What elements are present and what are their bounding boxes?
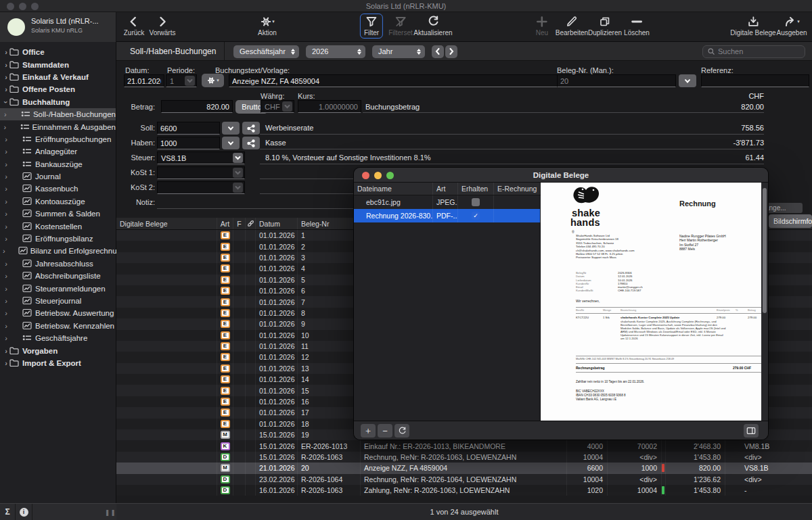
sidebar-item[interactable]: › Vorgaben	[0, 344, 116, 356]
col-datum[interactable]: Datum	[256, 218, 298, 229]
debit-combo-button[interactable]	[222, 122, 240, 135]
refresh-button[interactable]: Aktualisieren	[413, 15, 452, 37]
sidebar-item[interactable]: › Steueranmeldungen	[0, 282, 116, 294]
filter-button[interactable]: Filter	[360, 14, 383, 39]
sidebar-item[interactable]: › Stammdaten	[0, 58, 116, 70]
sidebar-item[interactable]: › Offene Posten	[0, 83, 116, 95]
disclosure-chevron-icon[interactable]: ›	[3, 359, 9, 367]
minimize-window-icon[interactable]	[19, 3, 26, 10]
table-row[interactable]: D 16.01.2026 R-2026-1063 Zahlung, ReNr: …	[116, 485, 812, 496]
sidebar-item[interactable]: › Geschäftsjahre	[0, 332, 116, 344]
back-button[interactable]: Zurück	[124, 15, 145, 37]
previous-period-button[interactable]	[432, 45, 444, 58]
tax-select[interactable]: VS8.1B	[157, 151, 245, 164]
disclosure-chevron-icon[interactable]: ›	[3, 48, 9, 56]
col-art[interactable]: Art	[217, 218, 233, 229]
table-row[interactable]: M 21.01.2026 20 Anzeige NZZ, FA 4859004 …	[116, 463, 812, 473]
sidebar-item[interactable]: › Import & Export	[0, 357, 116, 369]
sidebar-item[interactable]: › Einnahmen & Ausgaben	[0, 120, 116, 133]
disclosure-chevron-icon[interactable]: ›	[3, 135, 9, 143]
col-beleg-nr[interactable]: Beleg-Nr	[298, 218, 361, 229]
sidebar-item[interactable]: › Eröffnungsbuchungen	[0, 133, 116, 145]
received-checkbox[interactable]	[472, 198, 480, 206]
sidebar-item[interactable]: › Buchhaltung	[0, 96, 116, 108]
sidebar-item[interactable]: › Steuerjournal	[0, 295, 116, 307]
period-type-select[interactable]: Geschäftsjahr	[233, 45, 299, 58]
sidebar-item[interactable]: › Journal	[0, 170, 116, 183]
reload-files-button[interactable]	[394, 424, 409, 438]
document-no-field[interactable]	[557, 74, 676, 87]
sidebar-item[interactable]: › Einkauf & Verkauf	[0, 71, 116, 83]
col-e-rechnung[interactable]: E-Rechnung	[494, 183, 541, 195]
digital-documents-button[interactable]: Digitale Belege	[730, 15, 775, 37]
disclosure-chevron-icon[interactable]: ›	[3, 309, 9, 317]
toggle-preview-pane-button[interactable]	[744, 424, 759, 438]
sidebar-item[interactable]: › Bankauszüge	[0, 158, 116, 170]
add-file-button[interactable]: ＋	[361, 424, 376, 438]
disclosure-chevron-icon[interactable]: ›	[3, 297, 9, 305]
col-erhalten[interactable]: Erhalten	[458, 183, 494, 195]
disclosure-chevron-icon[interactable]: ›	[3, 172, 9, 181]
account-panel[interactable]: Solaris Ltd (nRLR-... Solaris KMU nRLG	[0, 12, 116, 42]
search-field[interactable]	[702, 45, 805, 58]
disclosure-chevron-icon[interactable]: ›	[3, 272, 9, 280]
disclosure-chevron-icon[interactable]: ›	[3, 85, 9, 93]
disclosure-chevron-icon[interactable]: ›	[3, 123, 7, 131]
sidebar-item[interactable]: › Betriebsw. Auswertung	[0, 307, 116, 319]
sidebar-item[interactable]: › Kostenstellen	[0, 220, 116, 232]
period-action-button[interactable]: ▾	[202, 74, 224, 87]
window-titlebar[interactable]: Digitale Belege	[354, 168, 768, 183]
file-row[interactable]: ebc91c.jpg JPEG...	[354, 195, 540, 209]
sidebar-item[interactable]: › Kassenbuch	[0, 183, 116, 195]
table-row[interactable]: D 23.02.2026 R-2026-1064 Rechnung, ReNr:…	[116, 474, 812, 485]
file-row[interactable]: Rechnung 2026-830... PDF-... ✓	[354, 209, 540, 222]
minimize-window-icon[interactable]	[374, 172, 382, 179]
document-no-combo-button[interactable]	[679, 74, 696, 87]
disclosure-chevron-icon[interactable]: ›	[3, 210, 9, 218]
received-checkbox[interactable]: ✓	[472, 212, 480, 220]
sidebar-item[interactable]: › Kontoauszüge	[0, 195, 116, 208]
output-button[interactable]: ▾ Ausgeben	[776, 15, 807, 37]
col-digitale-belege[interactable]: Digitale Belege	[116, 218, 217, 229]
info-button[interactable]: i	[16, 504, 32, 520]
scrollbar-thumb[interactable]	[763, 188, 767, 313]
credit-account-field[interactable]	[157, 137, 220, 149]
col-art[interactable]: Art	[433, 183, 458, 195]
date-field[interactable]	[124, 74, 164, 87]
disclosure-chevron-icon[interactable]: ›	[3, 260, 9, 268]
col-attachment[interactable]	[246, 218, 256, 229]
disclosure-chevron-icon[interactable]: ›	[3, 285, 9, 293]
disclosure-chevron-icon[interactable]: ›	[3, 322, 9, 330]
sidebar-item[interactable]: › Summen & Salden	[0, 208, 116, 220]
sidebar-item[interactable]: › Office	[0, 46, 116, 58]
disclosure-chevron-icon[interactable]: ›	[3, 334, 9, 342]
duplicate-button[interactable]: Duplizieren	[588, 15, 622, 37]
debit-account-field[interactable]	[157, 122, 220, 135]
col-dateiname[interactable]: Dateiname	[354, 183, 433, 195]
sidebar-item[interactable]: › Soll-/Haben-Buchungen	[0, 108, 116, 120]
disclosure-chevron-icon[interactable]: ›	[3, 185, 9, 193]
unit-select[interactable]: Jahr	[372, 45, 425, 58]
year-select[interactable]: 2026	[306, 45, 365, 58]
disclosure-chevron-icon[interactable]: ›	[3, 197, 9, 206]
col-f[interactable]: F	[233, 218, 246, 229]
forward-button[interactable]: Vorwärts	[150, 15, 176, 37]
disclosure-chevron-icon[interactable]: ›	[3, 347, 9, 355]
debit-share-button[interactable]	[242, 122, 260, 135]
disclosure-chevron-icon[interactable]: ›	[3, 61, 9, 69]
disclosure-chevron-icon[interactable]: ›	[3, 235, 9, 243]
disclosure-chevron-icon[interactable]: ›	[3, 247, 5, 255]
zoom-window-icon[interactable]	[31, 3, 39, 10]
credit-combo-button[interactable]	[222, 137, 240, 149]
reference-field[interactable]	[701, 74, 809, 87]
disclosure-chevron-icon[interactable]: ›	[3, 73, 9, 81]
zoom-window-icon[interactable]	[386, 172, 394, 179]
sidebar-item[interactable]: › Jahresabschluss	[0, 258, 116, 270]
sum-button[interactable]: Σ	[0, 504, 15, 520]
disclosure-chevron-icon[interactable]: ›	[3, 160, 9, 168]
delete-button[interactable]: Löschen	[624, 15, 650, 37]
credit-share-button[interactable]	[242, 137, 260, 149]
preview-scrollbar[interactable]	[761, 183, 768, 421]
table-row[interactable]: K 15.01.2026 ER-2026-1013 Einkauf Nr.: E…	[116, 440, 812, 451]
search-input[interactable]	[718, 47, 792, 55]
